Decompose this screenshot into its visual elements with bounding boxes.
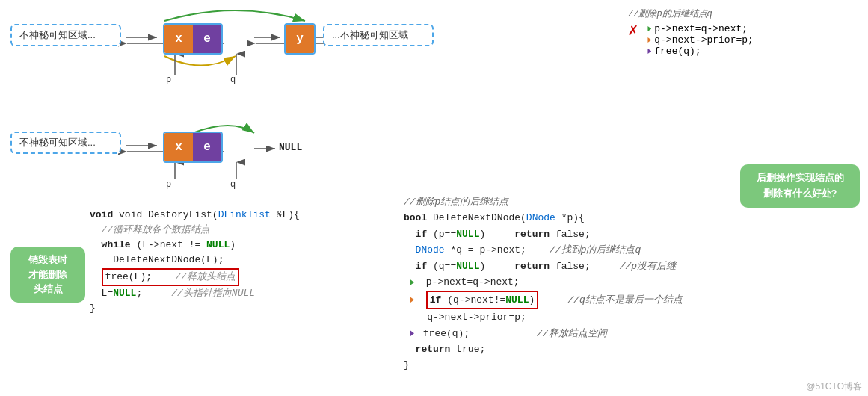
watermark: @51CTO博客	[806, 380, 862, 393]
arrow-green-pnext-icon	[404, 277, 414, 288]
callout-right: 后删操作实现结点的 删除有什么好处?	[740, 164, 860, 208]
code-comment1: //循环释放各个数据结点	[90, 223, 300, 238]
node-group-top: x e	[163, 23, 223, 55]
region-left-bottom: 不神秘可知区域...	[10, 132, 121, 154]
code-left: void void DestoryList(DLinklist &L){void…	[90, 208, 300, 316]
code-right-main: //删除p结点的后继结点 bool DeleteNextDNode(DNode …	[404, 194, 683, 374]
cross-icon: ✗	[628, 23, 638, 40]
arrow-orange-icon	[642, 36, 651, 45]
label-p-top: p	[166, 75, 171, 85]
wrong-code-lines: p->next=q->next; q->next->prior=p; free(…	[642, 23, 754, 57]
wrong-line2: q->next->prior=p;	[654, 34, 754, 46]
code-right-close: }	[404, 357, 683, 373]
node-x-bottom: x	[164, 133, 193, 161]
code-delete: DeleteNextDNode(L);	[90, 253, 300, 267]
label-q-top: q	[230, 75, 236, 85]
code-while: while (L->next != NULL)	[90, 238, 300, 253]
label-q-bottom: q	[230, 179, 236, 190]
code-if3: if (q->next!=NULL) //q结点不是最后一个结点	[404, 291, 683, 309]
node-group-y-top: y	[284, 23, 316, 55]
label-p-bottom: p	[166, 179, 171, 190]
code-wrong-section: //删除p的后继结点q ✗ p->next=q->next; q->next->…	[628, 7, 754, 57]
code-comment-section: //删除p结点的后继结点	[404, 194, 683, 210]
node-y-top: y	[286, 25, 314, 53]
arrow-orange-if3-icon	[404, 294, 414, 305]
null-label: NULL	[279, 142, 302, 153]
code-right-func-sig: bool DeleteNextDNode(DNode *p){	[404, 210, 683, 226]
code-if2: if (q==NULL) return false; //p没有后继	[404, 259, 683, 274]
code-free: free(L); //释放头结点	[90, 268, 300, 286]
code-if1: if (p==NULL) return false;	[404, 226, 683, 242]
code-null: L=NULL; //头指针指向NULL	[90, 286, 300, 301]
wrong-line1: p->next=q->next;	[654, 23, 748, 34]
code-func-sig: void void DestoryList(DLinklist &L){void…	[90, 208, 300, 223]
node-x-top: x	[164, 25, 193, 53]
node-group-bottom: x e	[163, 132, 223, 163]
wrong-line3: free(q);	[654, 46, 701, 57]
arrow-purple-freeq-icon	[404, 328, 414, 338]
code-close: }	[90, 301, 300, 316]
code-pnext: p->next=q->next;	[404, 274, 683, 290]
region-right-top: ...不神秘可知区域	[323, 24, 434, 46]
callout-left: 销毁表时 才能删除 头结点	[10, 247, 85, 303]
region-left-top: 不神秘可知区域...	[10, 24, 121, 46]
code-dnode: DNode *q = p->next; //找到p的后继结点q	[404, 242, 683, 258]
code-return-true: return true;	[404, 341, 683, 357]
code-free-q: free(q); //释放结点空间	[404, 326, 683, 341]
code-qnext-prior: q->next->prior=p;	[404, 309, 683, 325]
node-e-bottom: e	[193, 133, 221, 161]
node-e-top: e	[193, 25, 221, 53]
arrow-purple-icon	[642, 47, 651, 56]
comment-delete-q: //删除p的后继结点q	[628, 7, 754, 20]
arrow-green-icon	[642, 25, 651, 34]
main-container: 不神秘可知区域... x e y ...不神秘可知区域 p q 不神秘可知区域.…	[0, 0, 868, 396]
